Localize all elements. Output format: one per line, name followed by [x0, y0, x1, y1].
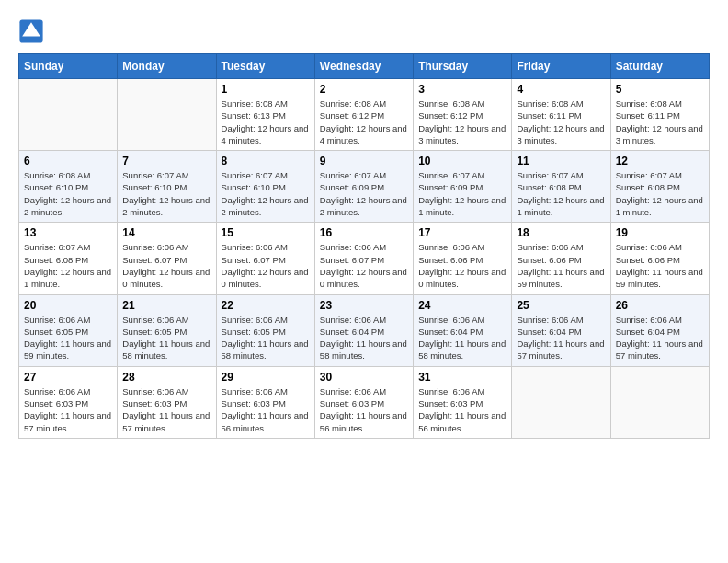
day-info: Sunrise: 6:06 AM Sunset: 6:04 PM Dayligh…	[616, 314, 704, 362]
day-number: 13	[24, 226, 112, 239]
calendar-cell: 18Sunrise: 6:06 AM Sunset: 6:06 PM Dayli…	[512, 223, 610, 294]
calendar-cell: 22Sunrise: 6:06 AM Sunset: 6:05 PM Dayli…	[216, 294, 314, 366]
calendar-cell: 5Sunrise: 6:08 AM Sunset: 6:11 PM Daylig…	[610, 79, 709, 151]
calendar-cell: 14Sunrise: 6:06 AM Sunset: 6:07 PM Dayli…	[118, 223, 216, 294]
calendar-cell: 11Sunrise: 6:07 AM Sunset: 6:08 PM Dayli…	[512, 151, 610, 223]
day-number: 5	[616, 83, 704, 96]
day-info: Sunrise: 6:07 AM Sunset: 6:08 PM Dayligh…	[24, 241, 112, 290]
day-number: 6	[24, 155, 112, 167]
calendar-week-row: 20Sunrise: 6:06 AM Sunset: 6:05 PM Dayli…	[19, 294, 710, 366]
day-number: 10	[418, 155, 506, 167]
calendar-cell	[19, 79, 118, 151]
day-info: Sunrise: 6:08 AM Sunset: 6:12 PM Dayligh…	[320, 98, 408, 146]
calendar-week-row: 6Sunrise: 6:08 AM Sunset: 6:10 PM Daylig…	[19, 151, 710, 223]
calendar-cell: 31Sunrise: 6:06 AM Sunset: 6:03 PM Dayli…	[414, 366, 512, 438]
day-number: 29	[222, 371, 310, 384]
day-info: Sunrise: 6:08 AM Sunset: 6:11 PM Dayligh…	[517, 98, 605, 146]
day-number: 15	[222, 226, 310, 239]
day-info: Sunrise: 6:08 AM Sunset: 6:11 PM Dayligh…	[616, 98, 704, 146]
calendar-cell: 9Sunrise: 6:07 AM Sunset: 6:09 PM Daylig…	[314, 151, 413, 223]
day-info: Sunrise: 6:06 AM Sunset: 6:03 PM Dayligh…	[122, 385, 210, 434]
weekday-header-sunday: Sunday	[19, 54, 118, 79]
weekday-header-thursday: Thursday	[414, 54, 512, 79]
weekday-header-saturday: Saturday	[610, 54, 709, 79]
calendar-cell: 20Sunrise: 6:06 AM Sunset: 6:05 PM Dayli…	[19, 294, 118, 366]
day-number: 12	[616, 155, 704, 167]
calendar-cell: 27Sunrise: 6:06 AM Sunset: 6:03 PM Dayli…	[19, 366, 118, 438]
day-number: 9	[320, 155, 408, 167]
calendar-cell: 23Sunrise: 6:06 AM Sunset: 6:04 PM Dayli…	[314, 294, 413, 366]
day-info: Sunrise: 6:07 AM Sunset: 6:09 PM Dayligh…	[418, 169, 506, 218]
day-info: Sunrise: 6:06 AM Sunset: 6:03 PM Dayligh…	[320, 385, 408, 434]
day-number: 7	[122, 155, 210, 167]
calendar-cell: 2Sunrise: 6:08 AM Sunset: 6:12 PM Daylig…	[314, 79, 413, 151]
logo-icon	[18, 18, 44, 44]
weekday-header-monday: Monday	[118, 54, 216, 79]
weekday-header-friday: Friday	[512, 54, 610, 79]
day-info: Sunrise: 6:06 AM Sunset: 6:05 PM Dayligh…	[222, 314, 310, 362]
day-info: Sunrise: 6:08 AM Sunset: 6:12 PM Dayligh…	[418, 98, 506, 146]
day-info: Sunrise: 6:06 AM Sunset: 6:07 PM Dayligh…	[222, 241, 310, 290]
day-number: 16	[320, 226, 408, 239]
calendar-cell	[512, 366, 610, 438]
day-number: 23	[320, 299, 408, 312]
calendar-cell: 30Sunrise: 6:06 AM Sunset: 6:03 PM Dayli…	[314, 366, 413, 438]
day-number: 1	[222, 83, 310, 96]
calendar-table: SundayMondayTuesdayWednesdayThursdayFrid…	[18, 53, 710, 439]
calendar-cell: 17Sunrise: 6:06 AM Sunset: 6:06 PM Dayli…	[414, 223, 512, 294]
day-number: 18	[517, 226, 605, 239]
calendar-week-row: 27Sunrise: 6:06 AM Sunset: 6:03 PM Dayli…	[19, 366, 710, 438]
day-info: Sunrise: 6:06 AM Sunset: 6:06 PM Dayligh…	[418, 241, 506, 290]
calendar-cell: 6Sunrise: 6:08 AM Sunset: 6:10 PM Daylig…	[19, 151, 118, 223]
day-info: Sunrise: 6:07 AM Sunset: 6:08 PM Dayligh…	[517, 169, 605, 218]
calendar-cell: 26Sunrise: 6:06 AM Sunset: 6:04 PM Dayli…	[610, 294, 709, 366]
day-number: 11	[517, 155, 605, 167]
calendar-cell: 24Sunrise: 6:06 AM Sunset: 6:04 PM Dayli…	[414, 294, 512, 366]
calendar-cell: 29Sunrise: 6:06 AM Sunset: 6:03 PM Dayli…	[216, 366, 314, 438]
day-info: Sunrise: 6:06 AM Sunset: 6:06 PM Dayligh…	[616, 241, 704, 290]
day-info: Sunrise: 6:06 AM Sunset: 6:04 PM Dayligh…	[418, 314, 506, 362]
calendar-week-row: 1Sunrise: 6:08 AM Sunset: 6:13 PM Daylig…	[19, 79, 710, 151]
day-number: 28	[122, 371, 210, 384]
day-info: Sunrise: 6:06 AM Sunset: 6:03 PM Dayligh…	[222, 385, 310, 434]
day-info: Sunrise: 6:06 AM Sunset: 6:07 PM Dayligh…	[122, 241, 210, 290]
day-number: 20	[24, 299, 112, 312]
calendar-cell: 15Sunrise: 6:06 AM Sunset: 6:07 PM Dayli…	[216, 223, 314, 294]
calendar-cell: 21Sunrise: 6:06 AM Sunset: 6:05 PM Dayli…	[118, 294, 216, 366]
calendar-cell: 12Sunrise: 6:07 AM Sunset: 6:08 PM Dayli…	[610, 151, 709, 223]
day-number: 30	[320, 371, 408, 384]
day-number: 14	[122, 226, 210, 239]
calendar-cell: 3Sunrise: 6:08 AM Sunset: 6:12 PM Daylig…	[414, 79, 512, 151]
day-info: Sunrise: 6:06 AM Sunset: 6:07 PM Dayligh…	[320, 241, 408, 290]
calendar-cell	[118, 79, 216, 151]
day-info: Sunrise: 6:08 AM Sunset: 6:13 PM Dayligh…	[222, 98, 310, 146]
calendar-cell: 25Sunrise: 6:06 AM Sunset: 6:04 PM Dayli…	[512, 294, 610, 366]
day-info: Sunrise: 6:06 AM Sunset: 6:05 PM Dayligh…	[122, 314, 210, 362]
day-number: 19	[616, 226, 704, 239]
day-number: 17	[418, 226, 506, 239]
day-number: 2	[320, 83, 408, 96]
day-number: 22	[222, 299, 310, 312]
calendar-cell: 16Sunrise: 6:06 AM Sunset: 6:07 PM Dayli…	[314, 223, 413, 294]
calendar-cell: 13Sunrise: 6:07 AM Sunset: 6:08 PM Dayli…	[19, 223, 118, 294]
calendar-cell: 4Sunrise: 6:08 AM Sunset: 6:11 PM Daylig…	[512, 79, 610, 151]
day-number: 25	[517, 299, 605, 312]
calendar-cell: 19Sunrise: 6:06 AM Sunset: 6:06 PM Dayli…	[610, 223, 709, 294]
calendar-week-row: 13Sunrise: 6:07 AM Sunset: 6:08 PM Dayli…	[19, 223, 710, 294]
page-header	[18, 18, 710, 44]
weekday-header-tuesday: Tuesday	[216, 54, 314, 79]
weekday-header-wednesday: Wednesday	[314, 54, 413, 79]
calendar-cell: 7Sunrise: 6:07 AM Sunset: 6:10 PM Daylig…	[118, 151, 216, 223]
day-number: 26	[616, 299, 704, 312]
day-info: Sunrise: 6:06 AM Sunset: 6:03 PM Dayligh…	[418, 385, 506, 434]
day-info: Sunrise: 6:06 AM Sunset: 6:04 PM Dayligh…	[517, 314, 605, 362]
calendar-cell: 1Sunrise: 6:08 AM Sunset: 6:13 PM Daylig…	[216, 79, 314, 151]
day-info: Sunrise: 6:06 AM Sunset: 6:03 PM Dayligh…	[24, 385, 112, 434]
day-info: Sunrise: 6:07 AM Sunset: 6:10 PM Dayligh…	[222, 169, 310, 218]
day-number: 21	[122, 299, 210, 312]
day-number: 31	[418, 371, 506, 384]
weekday-header-row: SundayMondayTuesdayWednesdayThursdayFrid…	[19, 54, 710, 79]
day-number: 8	[222, 155, 310, 167]
day-info: Sunrise: 6:06 AM Sunset: 6:05 PM Dayligh…	[24, 314, 112, 362]
calendar-cell: 10Sunrise: 6:07 AM Sunset: 6:09 PM Dayli…	[414, 151, 512, 223]
